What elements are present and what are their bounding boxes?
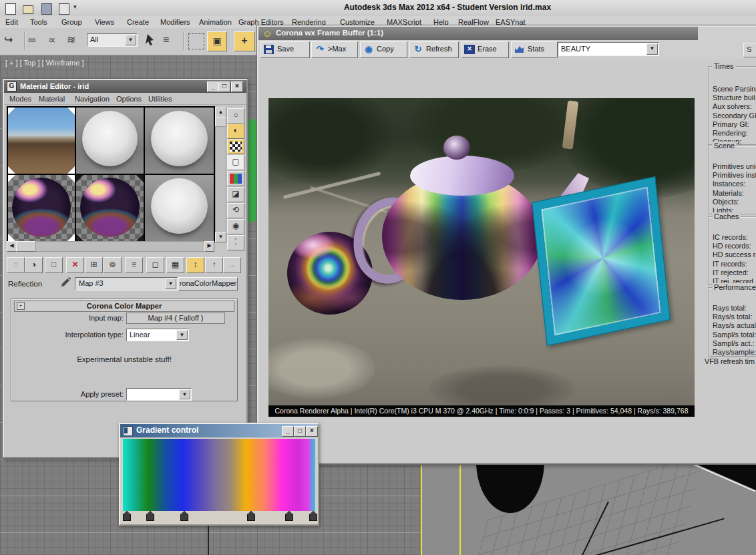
window-crossing-toggle[interactable]: ▣ [207,31,227,51]
menu-tools[interactable]: Tools [30,18,47,26]
material-id-channel-icon[interactable]: ◻ [146,257,164,273]
me-menu-material[interactable]: Material [39,95,65,103]
make-material-copy-icon[interactable]: ⊞ [85,257,103,273]
slots-scroll-right-button[interactable]: ▶ [204,241,214,252]
reflection-map-dropdown[interactable]: Map #3 ▼ [75,277,178,291]
unlink-selection-icon[interactable]: ∝ [48,31,67,50]
me-menu-modes[interactable]: Modes [9,95,31,103]
input-map-button[interactable]: Map #4 ( Falloff ) [126,313,225,324]
me-menu-options[interactable]: Options [116,95,142,103]
material-map-navigator-icon[interactable]: ⁚ [227,235,244,250]
select-and-move-button[interactable]: + [234,31,255,51]
gradient-stop-handle[interactable] [285,511,293,521]
gradient-stop-handle[interactable] [309,511,317,521]
slots-scroll-thumb[interactable] [215,117,226,127]
sample-slot-white[interactable] [145,108,214,174]
hold-fetch-icon[interactable] [59,3,69,15]
backlight-icon[interactable]: ◐ [227,124,244,139]
show-map-in-viewport-icon[interactable]: ▦ [166,257,184,273]
select-by-name-icon[interactable]: ≡ [163,31,182,50]
maximize-button[interactable]: □ [218,81,230,92]
make-preview-icon[interactable]: ◪ [227,187,244,202]
stats-button[interactable]: Stats [511,41,558,58]
select-by-material-icon[interactable]: ◉ [227,219,244,234]
slots-hscroll-thumb[interactable] [16,241,36,252]
dropdown-arrow-icon[interactable]: ▼ [646,43,658,55]
copy-button[interactable]: ◉ Copy [360,41,407,58]
gradient-window-titlebar[interactable]: Gradient control _ □ × [120,424,318,437]
menu-views[interactable]: Views [95,18,114,26]
gradient-stop-handle[interactable] [180,511,188,521]
me-menu-navigation[interactable]: Navigation [75,95,110,103]
collapse-icon[interactable]: - [17,302,25,310]
close-button[interactable]: × [231,81,243,92]
slots-hscroll-track[interactable] [35,241,205,252]
slots-scroll-track[interactable] [215,126,226,233]
me-menu-utilities[interactable]: Utilities [148,95,172,103]
gradient-stop-handle[interactable] [123,511,131,521]
dropdown-arrow-icon[interactable]: ▼ [165,279,176,289]
slots-scroll-down-button[interactable]: ▼ [215,232,226,242]
sample-slot-white[interactable] [76,108,144,174]
interpolation-dropdown[interactable]: Linear ▼ [126,329,189,341]
video-color-check-icon[interactable] [227,171,244,186]
dropdown-arrow-icon[interactable]: ▼ [125,35,136,45]
make-unique-icon[interactable]: ⊚ [104,257,122,273]
gradient-stop-handle[interactable] [247,511,255,521]
sample-slot-environment[interactable] [8,108,75,174]
slots-scroll-up-button[interactable]: ▲ [215,108,226,118]
menu-create[interactable]: Create [127,18,149,26]
assign-material-to-selection-icon[interactable]: □ [45,257,63,273]
show-end-result-icon[interactable]: ↕ [186,257,204,273]
bind-to-spacewarp-icon[interactable]: ≋ [67,31,85,50]
frame-buffer-titlebar[interactable]: ☺ Corona wx Frame Buffer (1:1) [258,27,698,40]
minimize-button[interactable]: _ [207,81,219,92]
slots-scroll-left-button[interactable]: ◀ [7,241,17,252]
options-icon[interactable]: ⟲ [227,203,244,218]
go-forward-to-sibling-icon[interactable]: → [223,257,241,273]
menu-edit[interactable]: Edit [5,18,18,26]
get-material-icon[interactable]: ◌ [7,257,25,273]
toolbar-caret-icon[interactable]: ▾ [73,3,77,10]
menu-group[interactable]: Group [61,18,82,26]
eyedropper-icon[interactable] [60,276,71,288]
main-titlebar[interactable]: ▾ Autodesk 3ds Max 2012 x64 - Student Ve… [0,0,756,17]
rollout-header[interactable]: - Corona Color Mapper [14,301,234,312]
put-to-library-icon[interactable]: ≡ [125,257,143,273]
refresh-button[interactable]: ↻ Refresh [409,41,459,58]
map-type-button[interactable]: ronaColorMapper [178,277,238,291]
dropdown-arrow-icon[interactable]: ▼ [179,389,190,399]
sample-slot-iridescent[interactable] [76,175,144,241]
reset-map-icon[interactable]: ✕ [66,257,84,273]
close-button[interactable]: × [306,426,318,437]
gradient-stop-handle[interactable] [146,511,154,521]
sample-uv-tiling-icon[interactable]: ▢ [227,155,244,170]
background-icon[interactable] [227,139,244,154]
erase-button[interactable]: ✕ Erase [461,41,509,58]
viewport-label[interactable]: [ + ] [ Top ] [ Wireframe ] [5,59,83,67]
selection-region-icon[interactable] [188,33,204,49]
select-and-link-icon[interactable]: ∞ [28,31,47,50]
sample-type-sphere-icon[interactable]: ○ [227,108,244,124]
minimize-button[interactable]: _ [282,426,294,437]
save-button[interactable]: Save [260,41,310,58]
material-editor-titlebar[interactable]: G Material Editor - irid _ □ × [4,80,246,93]
sample-slot-white[interactable] [145,175,214,241]
redo-icon[interactable]: ↪ [4,31,23,50]
sample-slot-iridescent-active[interactable] [8,175,75,241]
corner-button[interactable]: S [743,43,756,57]
apply-preset-dropdown[interactable]: ▼ [126,388,192,401]
menu-modifiers[interactable]: Modifiers [160,18,190,26]
menu-animation[interactable]: Animation [199,18,232,26]
put-material-to-scene-icon[interactable]: ◑ [25,257,43,273]
new-file-icon[interactable] [5,3,16,15]
selection-filter-dropdown[interactable]: All ▼ [87,33,138,47]
channel-dropdown[interactable]: BEAUTY ▼ [558,42,659,56]
viewport-perspective[interactable] [421,461,756,555]
dropdown-arrow-icon[interactable]: ▼ [176,330,188,340]
maximize-button[interactable]: □ [294,426,306,437]
go-to-parent-icon[interactable]: ↑ [205,257,223,273]
select-object-icon[interactable] [142,31,160,50]
save-file-icon[interactable] [41,3,52,15]
gradient-stop-strip[interactable] [123,511,315,520]
